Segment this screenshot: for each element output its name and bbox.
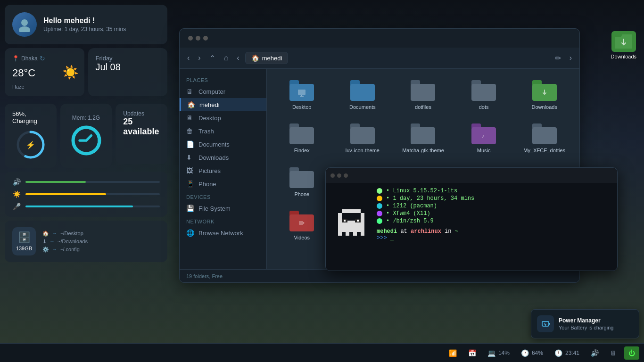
path-text: mehedi	[262, 55, 282, 62]
volume-track[interactable]	[25, 181, 160, 183]
parent-button[interactable]: ‹	[234, 52, 242, 64]
term-close-dot[interactable]	[330, 173, 335, 178]
storage-link-desktop[interactable]: 🏠 → ~/Desktop	[42, 230, 160, 237]
sidebar-item-documents[interactable]: 📄 Documents	[180, 138, 266, 151]
sidebar-item-phone[interactable]: 📱 Phone	[180, 177, 266, 190]
sidebar-pictures-label: Pictures	[198, 167, 221, 174]
sidebar-item-computer[interactable]: 🖥 Computer	[180, 85, 266, 98]
sidebar-item-trash[interactable]: 🗑 Trash	[180, 124, 266, 138]
memory-percent: 64%	[532, 350, 543, 356]
term-uptime-text: • 1 day, 23 hours, 34 mins	[386, 195, 474, 202]
folder-music[interactable]: ♪ Music	[456, 120, 512, 157]
brightness-track[interactable]	[25, 193, 160, 195]
weather-sun-icon: ☀️	[62, 65, 79, 80]
term-line-packages: • 1212 (pacman)	[377, 203, 611, 209]
calendar-icon: 📅	[468, 349, 476, 357]
term-line-shell: • /bin/zsh 5.9	[377, 218, 611, 224]
documents-icon: 📄	[186, 140, 195, 148]
sidebar-item-home[interactable]: 🏠 mehedi	[180, 98, 266, 111]
svg-rect-26	[346, 232, 349, 236]
taskbar-wifi[interactable]: 📶	[445, 347, 461, 359]
term-minimize-dot[interactable]	[337, 173, 341, 178]
cpu-percent: 14%	[498, 350, 510, 356]
folder-phone[interactable]: Phone	[274, 164, 330, 201]
folder-videos[interactable]: Videos	[274, 207, 330, 245]
taskbar-power-button[interactable]: ⏻	[624, 346, 639, 360]
sidebar-item-downloads[interactable]: ⬇ Downloads	[180, 151, 266, 164]
nav-button[interactable]: ›	[567, 52, 575, 64]
date-day: Friday	[96, 55, 160, 62]
folder-desktop-icon	[289, 80, 314, 101]
home-button[interactable]: ⌂	[221, 52, 231, 64]
folder-downloads[interactable]: Downloads	[517, 76, 572, 114]
volume-fill	[25, 181, 86, 183]
svg-marker-12	[303, 222, 305, 224]
forward-button[interactable]: ›	[195, 52, 203, 64]
phone-icon: 📱	[186, 180, 195, 188]
taskbar: 📶 📅 💻 14% 🕐 64% 🕚 23:41 🔊 🖥 ⏻	[0, 343, 644, 362]
location-pin-icon: 📍	[12, 55, 19, 62]
term-in: in	[445, 228, 455, 235]
folder-xfce-label: My_XFCE_dotties	[523, 147, 565, 154]
storage-link-config[interactable]: ⚙️ → ~/.config	[42, 247, 160, 253]
folder-dots[interactable]: dots	[456, 76, 512, 114]
mic-track[interactable]	[25, 206, 160, 207]
file-manager-statusbar: 19 folders, Free	[180, 269, 579, 282]
folder-documents-label: Documents	[349, 104, 376, 110]
updates-widget: Updates 25 available	[116, 104, 167, 164]
folder-downloads-icon	[532, 80, 557, 101]
storage-link-downloads-label: ~/Downloads	[58, 239, 88, 244]
clock-icon: 🕚	[554, 349, 562, 357]
user-greeting: Hello mehedi !	[43, 16, 126, 25]
desktop-icon-downloads[interactable]: Downloads	[608, 28, 639, 62]
user-uptime: Uptime: 1 day, 23 hours, 35 mins	[43, 26, 126, 33]
terminal-window-controls	[330, 173, 348, 178]
updates-label: Updates	[123, 110, 160, 117]
folder-my-xfce-dotties[interactable]: My_XFCE_dotties	[517, 120, 572, 157]
folder-music-label: Music	[477, 147, 491, 154]
gear-icon: ⚙️	[42, 247, 49, 253]
storage-link-downloads[interactable]: ⬇ → ~/Downloads	[42, 239, 160, 245]
path-home-icon: 🏠	[251, 54, 259, 62]
folder-dotfiles[interactable]: dotfiles	[396, 76, 451, 114]
sidebar-item-desktop[interactable]: 🖥 Desktop	[180, 111, 266, 124]
sidebar-item-filesystem[interactable]: 💾 File System	[180, 202, 266, 215]
taskbar-display[interactable]: 🖥	[606, 347, 620, 359]
svg-rect-23	[357, 220, 359, 222]
taskbar-volume[interactable]: 🔊	[587, 347, 603, 359]
window-maximize-dot[interactable]	[203, 36, 208, 41]
svg-rect-28	[361, 232, 364, 236]
folder-luv-icon-theme[interactable]: luv-icon-theme	[335, 120, 390, 157]
brightness-fill	[25, 193, 106, 195]
svg-text:♪: ♪	[481, 132, 484, 139]
term-directory: ~	[455, 228, 458, 235]
term-bullet-uptime	[377, 196, 382, 201]
sidebar-item-network[interactable]: 🌐 Browse Network	[180, 226, 266, 239]
edit-button[interactable]: ✏	[552, 52, 564, 65]
storage-link-desktop-label: ~/Desktop	[60, 230, 83, 236]
volume-icon: 🔊	[12, 178, 21, 186]
battery-widget: 56%, Charging ⚡	[5, 104, 57, 168]
folder-matcha-gtk-theme[interactable]: Matcha-gtk-theme	[396, 120, 451, 157]
storage-icon-wrap: 🗄️ 139GB	[12, 227, 36, 255]
term-maximize-dot[interactable]	[344, 173, 348, 178]
folder-documents[interactable]: Documents	[335, 76, 390, 114]
sidebar-item-pictures[interactable]: 🖼 Pictures	[180, 164, 266, 177]
brightness-slider-row: ☀️	[12, 190, 160, 198]
window-minimize-dot[interactable]	[196, 36, 200, 41]
up-button[interactable]: ⌃	[206, 52, 218, 65]
power-btn-icon: ⏻	[628, 349, 635, 357]
taskbar-calendar[interactable]: 📅	[464, 347, 480, 359]
battery-circle: ⚡	[14, 128, 47, 161]
folder-videos-label: Videos	[294, 234, 310, 241]
refresh-icon[interactable]: ↻	[40, 55, 45, 62]
window-close-dot[interactable]	[188, 36, 193, 41]
folder-findex[interactable]: Findex	[274, 120, 330, 157]
power-notification-title: Power Manager	[559, 317, 613, 324]
term-prompt-line: mehedi at archlinux in ~	[377, 228, 611, 235]
folder-desktop[interactable]: Desktop	[274, 76, 330, 114]
battery-label: 56%, Charging	[12, 110, 49, 124]
file-manager-sidebar: Places 🖥 Computer 🏠 mehedi 🖥 Desktop 🗑 T…	[180, 69, 267, 269]
storage-widget: 🗄️ 139GB 🏠 → ~/Desktop ⬇ → ~/Downloads ⚙…	[5, 221, 167, 262]
back-button[interactable]: ‹	[184, 52, 192, 64]
